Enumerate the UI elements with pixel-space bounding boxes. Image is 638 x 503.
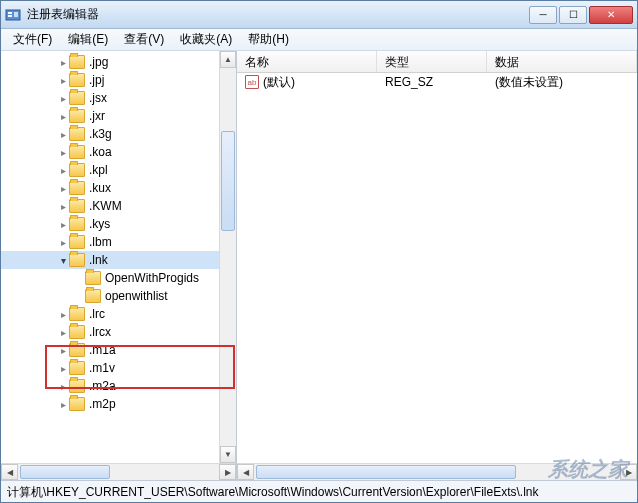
folder-icon	[69, 379, 85, 393]
expand-icon[interactable]: ▸	[57, 345, 69, 356]
tree-item[interactable]: ▸.koa	[1, 143, 236, 161]
tree-item-label: .jsx	[89, 91, 107, 105]
expand-icon[interactable]: ▸	[57, 93, 69, 104]
folder-icon	[69, 343, 85, 357]
menu-file[interactable]: 文件(F)	[5, 29, 60, 50]
tree-item-label: .lrcx	[89, 325, 111, 339]
expand-icon[interactable]: ▸	[57, 75, 69, 86]
value-name-cell: ab(默认)	[237, 74, 377, 91]
expand-icon[interactable]: ▸	[57, 111, 69, 122]
expand-icon[interactable]: ▸	[57, 201, 69, 212]
values-list[interactable]: ab(默认)REG_SZ(数值未设置)	[237, 73, 637, 463]
column-data[interactable]: 数据	[487, 51, 637, 72]
expand-icon[interactable]: ▸	[57, 129, 69, 140]
main-body: ▸.jpg▸.jpj▸.jsx▸.jxr▸.k3g▸.koa▸.kpl▸.kux…	[1, 51, 637, 480]
expand-icon[interactable]: ▸	[57, 165, 69, 176]
folder-icon	[69, 181, 85, 195]
tree-item[interactable]: ▸.KWM	[1, 197, 236, 215]
tree-item[interactable]: ▸.lbm	[1, 233, 236, 251]
folder-icon	[85, 271, 101, 285]
tree-item[interactable]: ▸.kpl	[1, 161, 236, 179]
svg-rect-3	[14, 12, 18, 17]
folder-icon	[69, 73, 85, 87]
scroll-left-icon[interactable]: ◀	[1, 464, 18, 480]
tree-item-label: .k3g	[89, 127, 112, 141]
tree-item[interactable]: ▸.kux	[1, 179, 236, 197]
registry-editor-window: 注册表编辑器 ─ ☐ ✕ 文件(F) 编辑(E) 查看(V) 收藏夹(A) 帮助…	[0, 0, 638, 503]
value-row[interactable]: ab(默认)REG_SZ(数值未设置)	[237, 73, 637, 91]
tree-item-label: openwithlist	[105, 289, 168, 303]
tree-item-label: .kpl	[89, 163, 108, 177]
tree-item[interactable]: ▸.m1v	[1, 359, 236, 377]
scroll-thumb[interactable]	[221, 131, 235, 231]
expand-icon[interactable]: ▸	[57, 219, 69, 230]
scroll-right-icon[interactable]: ▶	[620, 464, 637, 480]
tree-item[interactable]: ▸.jpj	[1, 71, 236, 89]
value-data-cell: (数值未设置)	[487, 74, 637, 91]
tree-horizontal-scrollbar[interactable]: ◀ ▶	[1, 463, 236, 480]
window-controls: ─ ☐ ✕	[529, 6, 633, 24]
folder-icon	[69, 55, 85, 69]
tree-item[interactable]: ▸.m2a	[1, 377, 236, 395]
expand-icon[interactable]: ▸	[57, 57, 69, 68]
tree-item-label: .m2p	[89, 397, 116, 411]
expand-icon[interactable]: ▸	[57, 183, 69, 194]
tree-item[interactable]: openwithlist	[1, 287, 236, 305]
scroll-left-icon[interactable]: ◀	[237, 464, 254, 480]
expand-icon[interactable]: ▸	[57, 309, 69, 320]
scroll-thumb-h[interactable]	[20, 465, 110, 479]
tree-vertical-scrollbar[interactable]: ▲ ▼	[219, 51, 236, 463]
minimize-button[interactable]: ─	[529, 6, 557, 24]
expand-icon[interactable]: ▸	[57, 381, 69, 392]
folder-icon	[69, 127, 85, 141]
tree-item[interactable]: ▸.jxr	[1, 107, 236, 125]
tree-item[interactable]: ▸.kys	[1, 215, 236, 233]
scroll-right-icon[interactable]: ▶	[219, 464, 236, 480]
tree-item-label: .lrc	[89, 307, 105, 321]
tree-item-label: .KWM	[89, 199, 122, 213]
folder-icon	[69, 109, 85, 123]
registry-tree[interactable]: ▸.jpg▸.jpj▸.jsx▸.jxr▸.k3g▸.koa▸.kpl▸.kux…	[1, 51, 236, 463]
tree-item[interactable]: ▸.jsx	[1, 89, 236, 107]
column-type[interactable]: 类型	[377, 51, 487, 72]
titlebar[interactable]: 注册表编辑器 ─ ☐ ✕	[1, 1, 637, 29]
tree-item[interactable]: ▾.lnk	[1, 251, 236, 269]
tree-item-label: .m1v	[89, 361, 115, 375]
collapse-icon[interactable]: ▾	[57, 255, 69, 266]
tree-item[interactable]: ▸.jpg	[1, 53, 236, 71]
menu-edit[interactable]: 编辑(E)	[60, 29, 116, 50]
expand-icon[interactable]: ▸	[57, 363, 69, 374]
folder-icon	[69, 235, 85, 249]
scroll-down-icon[interactable]: ▼	[220, 446, 236, 463]
folder-icon	[69, 145, 85, 159]
values-horizontal-scrollbar[interactable]: ◀ ▶	[237, 463, 637, 480]
scroll-up-icon[interactable]: ▲	[220, 51, 236, 68]
menu-help[interactable]: 帮助(H)	[240, 29, 297, 50]
expand-icon[interactable]: ▸	[57, 327, 69, 338]
expand-icon[interactable]: ▸	[57, 237, 69, 248]
statusbar: 计算机\HKEY_CURRENT_USER\Software\Microsoft…	[1, 480, 637, 502]
expand-icon[interactable]: ▸	[57, 399, 69, 410]
menu-favorites[interactable]: 收藏夹(A)	[172, 29, 240, 50]
tree-item-label: .jpg	[89, 55, 108, 69]
folder-icon	[69, 163, 85, 177]
tree-item[interactable]: ▸.m2p	[1, 395, 236, 413]
column-name[interactable]: 名称	[237, 51, 377, 72]
tree-item[interactable]: ▸.k3g	[1, 125, 236, 143]
maximize-button[interactable]: ☐	[559, 6, 587, 24]
tree-item[interactable]: OpenWithProgids	[1, 269, 236, 287]
menu-view[interactable]: 查看(V)	[116, 29, 172, 50]
folder-icon	[69, 199, 85, 213]
folder-icon	[69, 325, 85, 339]
svg-rect-2	[8, 15, 12, 17]
close-button[interactable]: ✕	[589, 6, 633, 24]
expand-icon[interactable]: ▸	[57, 147, 69, 158]
tree-item[interactable]: ▸.m1a	[1, 341, 236, 359]
app-icon	[5, 7, 21, 23]
folder-icon	[69, 253, 85, 267]
tree-item-label: .koa	[89, 145, 112, 159]
tree-item[interactable]: ▸.lrcx	[1, 323, 236, 341]
tree-item-label: .jpj	[89, 73, 104, 87]
tree-item[interactable]: ▸.lrc	[1, 305, 236, 323]
scroll-thumb-h[interactable]	[256, 465, 516, 479]
